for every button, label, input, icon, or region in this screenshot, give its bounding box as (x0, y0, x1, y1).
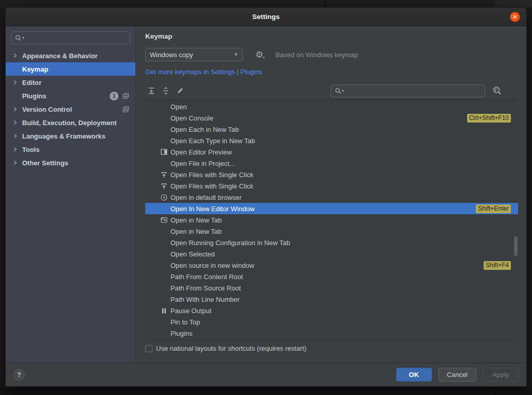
title-bar[interactable]: Settings ✕ (6, 8, 526, 26)
shortcut-badge: Shift+F4 (484, 261, 511, 270)
based-on-label: Based on Windows keymap (276, 51, 358, 59)
close-button[interactable]: ✕ (510, 12, 520, 22)
sidebar-item-other-settings[interactable]: Other Settings (6, 156, 135, 169)
chevron-right-icon[interactable] (13, 147, 22, 152)
action-row[interactable]: Open Files with Single Click (145, 169, 518, 180)
action-row[interactable]: Open in default browser (145, 192, 518, 203)
edit-pencil-icon[interactable] (174, 85, 186, 96)
shortcut-badge: Shift+Enter (476, 204, 511, 213)
sidebar-item-label: Editor (22, 79, 42, 87)
sidebar-item-label: Tools (22, 146, 40, 153)
sidebar-item-label: Languages & Frameworks (22, 132, 106, 140)
action-row[interactable]: Open In New Editor WindowShift+Enter (145, 203, 518, 214)
action-row[interactable]: Open source in new windowShift+F4 (145, 260, 518, 271)
sidebar-item-appearance-behavior[interactable]: Appearance & Behavior (6, 49, 135, 62)
keymap-toolbar: ▾ (145, 84, 518, 97)
sidebar-search-box[interactable]: ▾ (11, 31, 130, 44)
sidebar-item-label: Plugins (22, 92, 46, 100)
dialog-footer: ? OK Cancel Apply (6, 363, 526, 386)
scrollbar-thumb[interactable] (514, 236, 518, 256)
link-row: Get more keymaps in Settings | Plugins (145, 68, 518, 76)
action-label: Path From Source Root (170, 284, 241, 292)
chevron-right-icon[interactable] (13, 120, 22, 125)
gear-icon[interactable]: ⚙ ▾ (255, 49, 265, 60)
chevron-right-icon[interactable] (13, 160, 22, 165)
action-row[interactable]: Path From Content Root (145, 271, 518, 282)
sidebar-item-editor[interactable]: Editor (6, 76, 135, 89)
action-row[interactable]: Open Each Type in New Tab (145, 135, 518, 146)
action-row[interactable]: Open in New Tab (145, 214, 518, 226)
single-click-icon (160, 171, 168, 178)
desktop-background-block (495, 0, 532, 7)
action-label: Plugins (170, 330, 193, 337)
desktop-window-seam (324, 0, 325, 7)
chevron-right-icon[interactable] (13, 107, 22, 112)
action-row[interactable]: Open Selected (145, 248, 518, 260)
action-row[interactable]: Path From Source Root (145, 282, 518, 294)
settings-sidebar: ▾ Appearance & BehaviorKeymapEditorPlugi… (6, 26, 136, 363)
chevron-right-icon[interactable] (13, 133, 22, 139)
checkbox-label: Use national layouts for shortcuts (requ… (156, 345, 306, 352)
sidebar-item-plugins[interactable]: Plugins1 (6, 89, 135, 102)
plugins-count-badge: 1 (110, 92, 118, 100)
sidebar-item-keymap[interactable]: Keymap (6, 62, 135, 76)
action-label: Open Selected (170, 250, 215, 258)
new-tab-icon (160, 217, 168, 223)
single-click-icon (160, 183, 168, 190)
sidebar-item-version-control[interactable]: Version Control (6, 102, 135, 116)
get-more-keymaps-link[interactable]: Get more keymaps in Settings | Plugins (145, 68, 262, 76)
action-search-input[interactable] (344, 87, 481, 95)
search-icon (335, 88, 341, 94)
action-label: Pin to Top (170, 318, 200, 326)
keymap-dropdown[interactable]: Windows copy ▼ (145, 48, 243, 61)
action-label: Open Running Configuration in New Tab (170, 239, 290, 247)
find-by-shortcut-icon[interactable] (490, 85, 504, 96)
action-row[interactable]: Open (145, 101, 518, 112)
action-row[interactable]: Open ConsoleCtrl+Shift+F10 (145, 112, 518, 124)
sidebar-item-languages-frameworks[interactable]: Languages & Frameworks (6, 129, 135, 143)
action-row[interactable]: Pause Output (145, 305, 518, 316)
action-row[interactable]: Path With Line Number (145, 294, 518, 305)
sidebar-search-input[interactable] (24, 34, 126, 42)
action-row[interactable]: Open in New Tab (145, 226, 518, 237)
shortcut-badge: Ctrl+Shift+F10 (467, 114, 511, 123)
national-layouts-option[interactable]: Use national layouts for shortcuts (requ… (145, 345, 518, 352)
action-row[interactable]: Open Each in New Tab (145, 124, 518, 135)
sidebar-item-build-execution-deployment[interactable]: Build, Execution, Deployment (6, 116, 135, 129)
cancel-button[interactable]: Cancel (438, 368, 476, 382)
action-row[interactable]: Pin to Top (145, 316, 518, 328)
action-search-box[interactable]: ▾ (331, 84, 485, 97)
action-label: Open source in new window (170, 262, 254, 269)
action-label: Open in New Tab (170, 228, 222, 235)
search-icon (15, 35, 22, 41)
sidebar-item-label: Keymap (22, 65, 48, 73)
chevron-right-icon[interactable] (13, 80, 22, 85)
action-tree[interactable]: OpenOpen ConsoleCtrl+Shift+F10Open Each … (145, 99, 518, 340)
action-label: Open in New Tab (170, 216, 222, 224)
ok-button[interactable]: OK (396, 368, 432, 382)
keymap-selector-row: Windows copy ▼ ⚙ ▾ Based on Windows keym… (145, 48, 518, 61)
action-label: Path With Line Number (170, 296, 239, 303)
action-row[interactable]: Open File in Project... (145, 158, 518, 169)
apply-button[interactable]: Apply (483, 368, 519, 382)
checkbox-unchecked-icon[interactable] (145, 345, 152, 352)
action-row[interactable]: Open Editor Preview (145, 146, 518, 158)
desktop-background-top (0, 0, 532, 7)
sidebar-item-tools[interactable]: Tools (6, 143, 135, 156)
keymap-panel: Keymap Windows copy ▼ ⚙ ▾ Based on Windo… (136, 26, 526, 363)
action-row[interactable]: Open Files with Single Click (145, 180, 518, 192)
pause-icon (160, 308, 168, 314)
action-label: Open Each in New Tab (170, 126, 239, 133)
action-row[interactable]: Open Running Configuration in New Tab (145, 237, 518, 248)
sidebar-item-label: Appearance & Behavior (22, 52, 98, 60)
help-button[interactable]: ? (13, 369, 25, 381)
page-title: Keymap (145, 32, 518, 40)
collapse-all-icon[interactable] (160, 85, 172, 96)
chevron-right-icon[interactable] (13, 53, 22, 58)
shared-settings-icon (123, 106, 129, 113)
sidebar-item-list: Appearance & BehaviorKeymapEditorPlugins… (6, 49, 135, 169)
chevron-down-icon: ▼ (234, 52, 238, 57)
desktop-window-seam-bottom (494, 387, 495, 395)
expand-all-icon[interactable] (145, 85, 158, 96)
action-row[interactable]: Plugins (145, 328, 518, 339)
